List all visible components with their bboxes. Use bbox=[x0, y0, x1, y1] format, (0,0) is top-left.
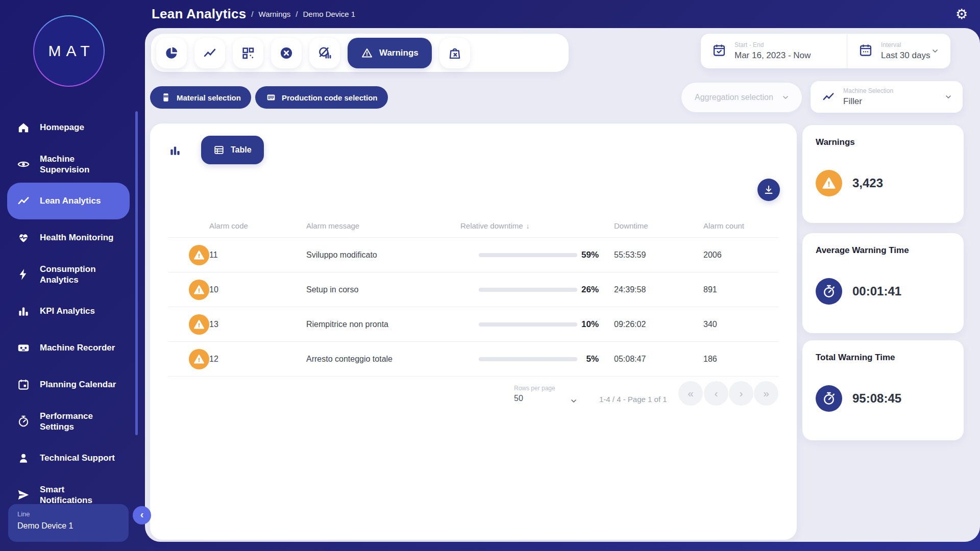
sidebar-nav: Homepage Machine Supervision Lean Analyt… bbox=[0, 109, 145, 513]
col-alarm-count[interactable]: Alarm count bbox=[703, 221, 744, 230]
total-warning-time-value: 95:08:45 bbox=[852, 391, 901, 406]
last-page-button[interactable]: » bbox=[754, 381, 778, 406]
sidebar-item-planning-calendar[interactable]: Planning Calendar bbox=[0, 366, 145, 403]
start-end-label: Start - End bbox=[734, 41, 811, 48]
stops-tab-button[interactable] bbox=[271, 38, 302, 68]
col-alarm-code[interactable]: Alarm code bbox=[209, 221, 248, 230]
production-code-selection-button[interactable]: Production code selection bbox=[255, 86, 388, 109]
device-name: Demo Device 1 bbox=[17, 521, 119, 531]
sidebar-item-performance-settings[interactable]: Performance Settings bbox=[0, 403, 145, 440]
calendar-dots-icon bbox=[859, 43, 873, 59]
average-warning-time-card: Average Warning Time 00:01:41 bbox=[802, 233, 964, 333]
pagination-info: 1-4 / 4 - Page 1 of 1 bbox=[599, 395, 686, 404]
home-icon bbox=[16, 121, 31, 134]
pie-chart-icon bbox=[164, 46, 179, 60]
bar-chart-icon bbox=[168, 144, 182, 157]
col-relative-downtime[interactable]: Relative downtime↓ bbox=[460, 221, 530, 230]
trend-icon bbox=[822, 90, 835, 104]
warning-badge-icon bbox=[189, 314, 209, 335]
trend-icon bbox=[203, 46, 217, 60]
sidebar-collapse-button[interactable]: ‹ bbox=[133, 506, 151, 524]
sidebar-item-health-monitoring[interactable]: Health Monitoring bbox=[0, 219, 145, 256]
downtime-percent: 26% bbox=[558, 285, 599, 295]
content-area: Warnings Start - End Mar 16, 2023 - Now … bbox=[145, 28, 980, 542]
previous-page-button[interactable]: ‹ bbox=[704, 381, 728, 406]
interval-label: Interval bbox=[881, 41, 930, 48]
trend-line-icon bbox=[16, 194, 31, 208]
alarm-message: Sviluppo modificato bbox=[306, 251, 377, 260]
app-logo: MAT bbox=[33, 15, 105, 87]
machine-select[interactable]: Machine Selection Filler bbox=[811, 81, 963, 113]
rows-per-page[interactable]: Rows per page 50 bbox=[514, 385, 555, 403]
table-view-toggle-button[interactable]: Table bbox=[201, 136, 264, 164]
col-downtime[interactable]: Downtime bbox=[614, 221, 648, 230]
sidebar-item-kpi-analytics[interactable]: KPI Analytics bbox=[0, 293, 145, 330]
kpi-title: Average Warning Time bbox=[816, 245, 950, 256]
sidebar-item-technical-support[interactable]: Technical Support bbox=[0, 440, 145, 477]
alarm-code: 12 bbox=[209, 355, 218, 364]
page-title: Lean Analytics bbox=[152, 6, 246, 22]
next-page-button[interactable]: › bbox=[729, 381, 753, 406]
first-page-button[interactable]: « bbox=[678, 381, 703, 406]
material-selection-button[interactable]: Material selection bbox=[150, 86, 251, 109]
breadcrumb-separator: / bbox=[296, 10, 298, 18]
warning-badge-icon bbox=[189, 349, 209, 369]
qr-code-icon bbox=[241, 46, 255, 60]
calendar-check-icon bbox=[712, 43, 726, 59]
start-end-value: Mar 16, 2023 - Now bbox=[734, 51, 811, 61]
send-icon bbox=[16, 488, 31, 502]
table-row: 10 Setup in corso 26% 24:39:58 891 bbox=[168, 272, 778, 307]
sidebar-item-machine-supervision[interactable]: Machine Supervision bbox=[0, 146, 145, 183]
start-end-selector[interactable]: Start - End Mar 16, 2023 - Now bbox=[701, 34, 847, 68]
chart-view-toggle-button[interactable] bbox=[168, 144, 182, 157]
settings-gear-icon[interactable]: ⚙ bbox=[952, 5, 971, 23]
sidebar-item-homepage[interactable]: Homepage bbox=[0, 109, 145, 146]
sidebar-item-machine-recorder[interactable]: Machine Recorder bbox=[0, 330, 145, 366]
table-icon bbox=[213, 144, 225, 156]
stopwatch-icon bbox=[816, 385, 842, 412]
breadcrumb-device[interactable]: Demo Device 1 bbox=[303, 10, 356, 18]
table-view-label: Table bbox=[231, 145, 252, 155]
sidebar-scrollbar[interactable] bbox=[135, 111, 138, 435]
chevron-down-icon[interactable] bbox=[570, 397, 578, 405]
aggregation-select[interactable]: Aggregation selection bbox=[681, 83, 802, 112]
col-alarm-message[interactable]: Alarm message bbox=[306, 221, 359, 230]
interval-selector[interactable]: Interval Last 30 days bbox=[847, 34, 950, 68]
warning-triangle-icon bbox=[816, 170, 842, 196]
gauge-icon bbox=[16, 415, 31, 428]
calendar-icon bbox=[16, 378, 31, 391]
table-header-row: Alarm code Alarm message Relative downti… bbox=[168, 214, 778, 238]
bag-x-icon bbox=[448, 46, 462, 60]
alarm-count: 2006 bbox=[703, 251, 722, 260]
qr-code-tab-button[interactable] bbox=[233, 38, 263, 68]
alarm-message: Arresto conteggio totale bbox=[306, 355, 393, 364]
alarm-code: 13 bbox=[209, 320, 218, 329]
tab-warnings[interactable]: Warnings bbox=[348, 38, 432, 68]
losses-icon bbox=[317, 46, 332, 60]
device-panel[interactable]: Line Demo Device 1 bbox=[8, 504, 129, 542]
breadcrumb-warnings[interactable]: Warnings bbox=[259, 10, 291, 18]
losses-tab-button[interactable] bbox=[309, 38, 340, 68]
warnings-table-panel: Table Alarm code Alarm message Relative … bbox=[150, 123, 797, 540]
downtime-value: 24:39:58 bbox=[614, 285, 646, 294]
table-row: 11 Sviluppo modificato 59% 55:53:59 2006 bbox=[168, 238, 778, 272]
warnings-kpi-card: Warnings 3,423 bbox=[802, 125, 964, 223]
download-button[interactable] bbox=[757, 179, 780, 201]
warnings-count: 3,423 bbox=[852, 176, 883, 190]
rejects-tab-button[interactable] bbox=[439, 38, 470, 68]
x-circle-icon bbox=[279, 46, 293, 60]
stopwatch-icon bbox=[816, 278, 842, 305]
sidebar-item-consumption-analytics[interactable]: Consumption Analytics bbox=[0, 256, 145, 293]
kpi-title: Warnings bbox=[816, 137, 950, 147]
person-icon bbox=[16, 452, 31, 465]
bar-chart-icon bbox=[16, 305, 31, 318]
downtime-percent: 59% bbox=[558, 250, 599, 260]
pie-chart-tab-button[interactable] bbox=[156, 38, 187, 68]
rows-per-page-label: Rows per page bbox=[514, 385, 555, 392]
chevron-down-icon bbox=[944, 93, 952, 101]
warning-badge-icon bbox=[189, 245, 209, 265]
trend-tab-button[interactable] bbox=[194, 38, 225, 68]
aggregation-placeholder: Aggregation selection bbox=[695, 93, 773, 102]
alarm-message: Setup in corso bbox=[306, 285, 358, 294]
sidebar-item-lean-analytics[interactable]: Lean Analytics bbox=[7, 183, 130, 219]
